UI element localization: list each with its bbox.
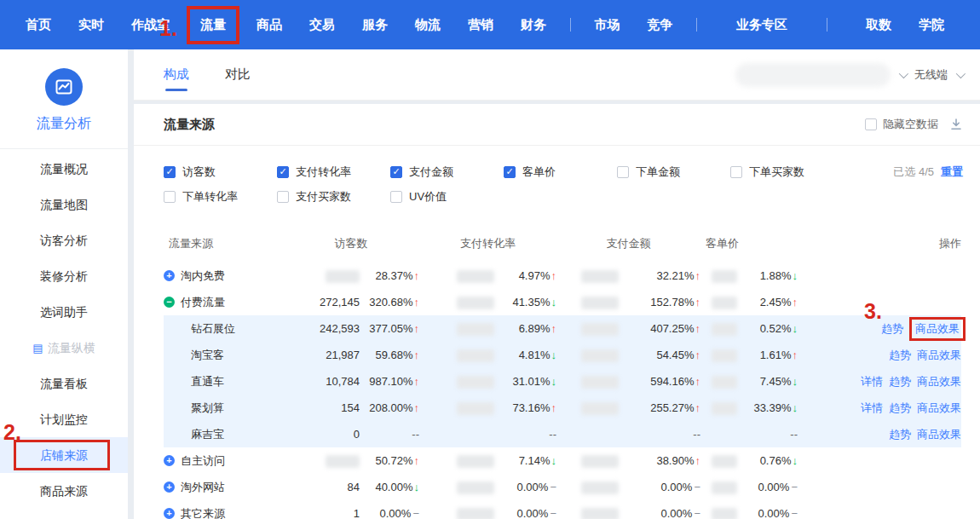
metric-checkbox-2-1[interactable]: 下单转化率 — [164, 189, 277, 205]
sidebar-item-1[interactable]: 流量概况 — [0, 151, 128, 187]
arrow-down-icon: ↓ — [793, 269, 798, 282]
nav-item-l6[interactable]: 服务 — [349, 17, 401, 33]
expand-plus-icon[interactable]: + — [164, 482, 175, 493]
checkbox-icon[interactable] — [277, 191, 289, 203]
chevron-down-icon[interactable] — [956, 68, 966, 78]
metric-change: 28.37%↑ — [360, 269, 419, 282]
reset-link[interactable]: 重置 — [941, 165, 963, 178]
op-item-effect-link[interactable]: 商品效果 — [917, 401, 961, 416]
traffic-source-table: 流量来源访客数支付转化率支付金额客单价操作+淘内免费28.37%↑4.97%↑3… — [134, 214, 980, 519]
expand-plus-icon[interactable]: + — [164, 270, 175, 281]
op-detail-link[interactable]: 详情 — [861, 401, 883, 416]
metric-checkbox-1-1[interactable]: 访客数 — [164, 164, 277, 180]
tab-2[interactable]: 对比 — [225, 49, 251, 101]
device-selector[interactable]: 无线端 — [914, 67, 948, 83]
redacted-value — [581, 376, 619, 389]
checkbox-icon[interactable] — [617, 166, 629, 178]
sidebar-item-10[interactable]: 商品来源 — [0, 473, 128, 509]
change-pct: 7.45% — [760, 375, 792, 388]
metric-change: 0.76%↓ — [737, 454, 798, 467]
redacted-value — [712, 270, 737, 283]
sidebar-item-label: 装修分析 — [40, 269, 88, 283]
metric-label: 客单价 — [522, 164, 556, 180]
checkbox-icon[interactable] — [164, 166, 176, 178]
metric-value: 10,784 — [283, 375, 360, 388]
nav-item-l7[interactable]: 物流 — [401, 17, 454, 33]
metric-value — [556, 268, 619, 282]
hide-empty-checkbox[interactable] — [865, 118, 877, 130]
change-pct: 50.72% — [375, 454, 412, 467]
sidebar-item-3[interactable]: 访客分析 — [0, 222, 128, 258]
metric-value — [556, 506, 619, 519]
nav-item-l1[interactable]: 实时 — [65, 17, 118, 33]
sidebar-item-5[interactable]: 选词助手 — [0, 294, 128, 330]
op-trend-link[interactable]: 趋势 — [889, 374, 911, 389]
metric-checkbox-2-2[interactable]: 支付买家数 — [277, 189, 390, 205]
sidebar-item-2[interactable]: 流量地图 — [0, 187, 128, 222]
change-pct: 32.21% — [656, 269, 694, 282]
nav-item-l9[interactable]: 财务 — [507, 17, 560, 33]
source-name: 直通车 — [191, 374, 224, 389]
collapse-minus-icon[interactable]: − — [164, 297, 175, 308]
metric-value — [419, 295, 494, 309]
metric-checkbox-2-3[interactable]: UV价值 — [390, 189, 504, 205]
checkbox-icon[interactable] — [390, 166, 402, 178]
nav-item-l8[interactable]: 营销 — [454, 17, 507, 33]
op-trend-link[interactable]: 趋势 — [889, 348, 911, 363]
nav-item-l0[interactable]: 首页 — [12, 17, 65, 33]
nav-item-l5[interactable]: 交易 — [296, 17, 349, 33]
checkbox-icon[interactable] — [390, 191, 402, 203]
panel-title: 流量来源 — [164, 117, 215, 133]
op-trend-link[interactable]: 趋势 — [889, 427, 911, 442]
tab-1[interactable]: 构成 — [164, 49, 189, 101]
redacted-shop-selector[interactable] — [735, 63, 891, 87]
metric-value: 154 — [283, 401, 360, 414]
download-icon[interactable] — [949, 118, 963, 131]
expand-plus-icon[interactable]: + — [164, 455, 175, 466]
metric-checkbox-1-3[interactable]: 支付金额 — [390, 164, 504, 180]
metric-value — [556, 321, 619, 335]
sidebar-item-4[interactable]: 装修分析 — [0, 258, 128, 294]
redacted-value — [581, 270, 619, 283]
op-trend-link[interactable]: 趋势 — [889, 401, 911, 416]
metric-checkbox-1-6[interactable]: 下单买家数 — [730, 164, 844, 180]
sidebar-item-7[interactable]: 流量看板 — [0, 366, 128, 401]
metric-change: 50.72%↑ — [360, 454, 419, 467]
metric-value: 242,593 — [283, 322, 360, 335]
sidebar-item-9[interactable]: 店铺来源2. — [0, 437, 128, 473]
op-trend-link[interactable]: 趋势 — [881, 321, 903, 337]
checkbox-icon[interactable] — [730, 166, 742, 178]
sidebar-item-label: 流量纵横 — [48, 341, 95, 355]
nav-item-l3[interactable]: 流量 — [200, 17, 226, 32]
table-row: +淘内免费28.37%↑4.97%↑32.21%↑1.88%↓ — [164, 262, 961, 289]
expand-plus-icon[interactable]: + — [164, 508, 175, 519]
op-item-effect-link[interactable]: 商品效果 — [915, 322, 960, 335]
nav-item-m0[interactable]: 市场 — [580, 17, 633, 33]
nav-item-m1[interactable]: 竞争 — [633, 17, 686, 33]
sidebar-item-label: 选词助手 — [40, 305, 88, 319]
nav-item-r0[interactable]: 取数 — [852, 17, 905, 33]
redacted-value — [457, 508, 494, 519]
hide-empty-label: 隐藏空数据 — [883, 117, 938, 132]
checkbox-icon[interactable] — [277, 166, 289, 178]
nav-item-r1[interactable]: 学院 — [905, 17, 958, 33]
sidebar-item-label: 流量看板 — [40, 377, 88, 390]
metric-checkbox-1-2[interactable]: 支付转化率 — [277, 164, 390, 180]
metric-checkbox-1-5[interactable]: 下单金额 — [617, 164, 730, 180]
source-cell: +自主访问 — [164, 453, 283, 469]
op-item-effect-link[interactable]: 商品效果 — [917, 348, 961, 363]
op-item-effect-link[interactable]: 商品效果 — [917, 427, 961, 442]
op-detail-link[interactable]: 详情 — [861, 374, 883, 389]
redacted-value — [457, 297, 494, 309]
checkbox-icon[interactable] — [504, 166, 516, 178]
sidebar-item-11[interactable]: 计划中心 — [0, 509, 128, 519]
nav-item-l4[interactable]: 商品 — [243, 17, 296, 33]
nav-item-z0[interactable]: 业务专区 — [723, 17, 801, 33]
op-item-effect-link[interactable]: 商品效果 — [917, 374, 961, 389]
metric-change: 208.00%↑ — [360, 401, 419, 414]
sidebar-item-6[interactable]: ▤流量纵横 — [0, 330, 128, 366]
redacted-value — [457, 323, 494, 336]
metric-checkbox-1-4[interactable]: 客单价 — [504, 164, 617, 180]
redacted-value — [457, 482, 494, 494]
checkbox-icon[interactable] — [164, 191, 176, 203]
